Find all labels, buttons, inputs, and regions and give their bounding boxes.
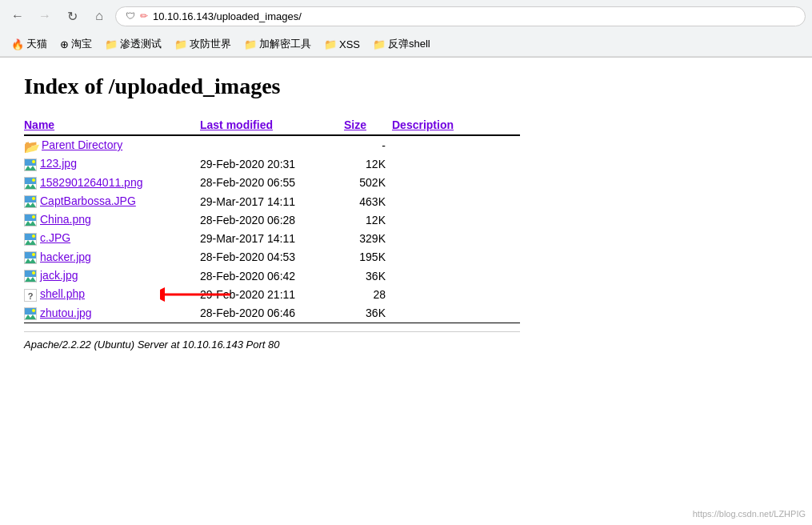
description-sort-link[interactable]: Description: [392, 118, 454, 131]
file-link[interactable]: 123.jpg: [24, 157, 77, 170]
col-modified: Last modified: [200, 115, 344, 135]
col-name: Name: [24, 115, 200, 135]
bookmark-shell[interactable]: 📁 反弹shell: [368, 35, 435, 53]
bookmark-tianmao[interactable]: 🔥 天猫: [6, 35, 52, 53]
file-modified-cell: 28-Feb-2020 06:42: [200, 267, 344, 285]
file-name-cell: hacker.jpg: [24, 248, 200, 267]
page-title: Index of /uploaded_images: [24, 74, 696, 99]
file-link[interactable]: c.JPG: [24, 231, 70, 244]
table-row: CaptBarbossa.JPG29-Mar-2017 14:11463K: [24, 192, 520, 210]
file-size-cell: 36K: [344, 267, 392, 285]
table-row: hacker.jpg28-Feb-2020 04:53195K: [24, 248, 520, 267]
browser-toolbar: ← → ↻ ⌂ 🛡 ✏: [0, 0, 812, 32]
table-row: 123.jpg29-Feb-2020 20:3112K: [24, 154, 520, 173]
svg-point-3: [32, 160, 35, 163]
file-size-cell: 463K: [344, 192, 392, 210]
size-sort-link[interactable]: Size: [344, 118, 366, 131]
folder-icon: 📁: [324, 38, 337, 50]
folder-icon: 📁: [105, 38, 118, 50]
bookmark-decrypt[interactable]: 📁 加解密工具: [239, 35, 316, 53]
file-size-cell: 12K: [344, 154, 392, 173]
file-description-cell: [392, 210, 520, 229]
page-footer: Apache/2.2.22 (Ubuntu) Server at 10.10.1…: [24, 331, 520, 351]
folder-icon: 📁: [174, 38, 187, 50]
folder-icon: 📁: [373, 38, 386, 50]
file-link[interactable]: 1582901264011.png: [24, 176, 142, 189]
address-bar: 🛡 ✏: [115, 6, 806, 26]
table-row: zhutou.jpg28-Feb-2020 06:4636K: [24, 304, 520, 323]
file-link[interactable]: ?shell.php: [24, 287, 85, 300]
file-link[interactable]: zhutou.jpg: [24, 307, 92, 319]
bookmark-label: 淘宝: [71, 37, 92, 51]
name-sort-link[interactable]: Name: [24, 118, 54, 131]
file-modified-cell: 29-Mar-2017 14:11: [200, 229, 344, 247]
taobao-icon: ⊕: [60, 38, 69, 50]
file-name-cell: CaptBarbossa.JPG: [24, 192, 200, 210]
file-modified-cell: 29-Mar-2017 14:11: [200, 192, 344, 210]
reload-button[interactable]: ↻: [61, 5, 83, 27]
bookmark-label: 反弹shell: [388, 37, 430, 51]
page-content: Index of /uploaded_images Name Last modi…: [0, 58, 720, 367]
file-size-cell: 28: [344, 285, 392, 303]
file-link[interactable]: CaptBarbossa.JPG: [24, 194, 136, 207]
file-size-cell: 36K: [344, 304, 392, 323]
forward-button[interactable]: →: [34, 5, 56, 27]
bookmark-attackworld[interactable]: 📁 攻防世界: [170, 35, 236, 53]
file-modified-cell: [200, 136, 344, 155]
svg-point-23: [32, 253, 35, 256]
file-modified-cell: 28-Feb-2020 06:28: [200, 210, 344, 229]
file-name-cell: ?shell.php: [24, 285, 200, 303]
file-size-cell: -: [344, 136, 392, 155]
file-size-cell: 12K: [344, 210, 392, 229]
table-row: jack.jpg28-Feb-2020 06:4236K: [24, 267, 520, 285]
bookmark-label: 天猫: [26, 37, 47, 51]
table-row: 📂Parent Directory-: [24, 136, 520, 155]
file-modified-cell: 29-Feb-2020 20:31: [200, 154, 344, 173]
svg-point-33: [32, 309, 35, 312]
bookmark-label: XSS: [339, 38, 360, 50]
file-description-cell: [392, 229, 520, 247]
home-button[interactable]: ⌂: [88, 5, 110, 27]
pencil-icon: ✏: [140, 10, 148, 22]
modified-sort-link[interactable]: Last modified: [200, 118, 273, 131]
back-button[interactable]: ←: [6, 5, 29, 27]
bookmark-taobao[interactable]: ⊕ 淘宝: [55, 35, 97, 53]
col-description: Description: [392, 115, 520, 135]
file-link[interactable]: hacker.jpg: [24, 250, 91, 263]
file-modified-cell: 28-Feb-2020 06:55: [200, 174, 344, 192]
file-description-cell: [392, 267, 520, 285]
svg-point-15: [32, 215, 35, 218]
bookmark-xss[interactable]: 📁 XSS: [319, 37, 365, 52]
file-description-cell: [392, 248, 520, 267]
file-link[interactable]: China.png: [24, 213, 91, 226]
url-input[interactable]: [153, 10, 795, 22]
file-description-cell: [392, 192, 520, 210]
table-row: China.png28-Feb-2020 06:2812K: [24, 210, 520, 229]
file-modified-cell: 28-Feb-2020 04:53: [200, 248, 344, 267]
svg-point-27: [32, 271, 35, 275]
red-arrow: [160, 285, 232, 304]
shield-icon: 🛡: [126, 10, 135, 22]
svg-point-7: [32, 178, 35, 182]
file-size-cell: 329K: [344, 229, 392, 247]
file-link[interactable]: 📂Parent Directory: [24, 138, 122, 151]
table-row: ?shell.php 29-Feb-2020 21:1128: [24, 285, 520, 303]
file-description-cell: [392, 285, 520, 303]
file-link[interactable]: jack.jpg: [24, 269, 78, 282]
file-name-cell: 1582901264011.png: [24, 174, 200, 192]
file-name-cell: 123.jpg: [24, 154, 200, 173]
file-description-cell: [392, 154, 520, 173]
table-row: 1582901264011.png28-Feb-2020 06:55502K: [24, 174, 520, 192]
bookmark-label: 攻防世界: [190, 37, 231, 51]
bookmark-seentoutest[interactable]: 📁 渗透测试: [100, 35, 166, 53]
file-name-cell: jack.jpg: [24, 267, 200, 285]
svg-point-11: [32, 197, 35, 200]
table-row: c.JPG29-Mar-2017 14:11329K: [24, 229, 520, 247]
file-modified-cell: 28-Feb-2020 06:46: [200, 304, 344, 323]
col-size: Size: [344, 115, 392, 135]
file-size-cell: 195K: [344, 248, 392, 267]
file-size-cell: 502K: [344, 174, 392, 192]
bookmarks-bar: 🔥 天猫 ⊕ 淘宝 📁 渗透测试 📁 攻防世界 📁 加解密工具 📁 XSS 📁 …: [0, 32, 812, 57]
file-name-cell: zhutou.jpg: [24, 304, 200, 323]
file-name-cell: 📂Parent Directory: [24, 136, 200, 155]
